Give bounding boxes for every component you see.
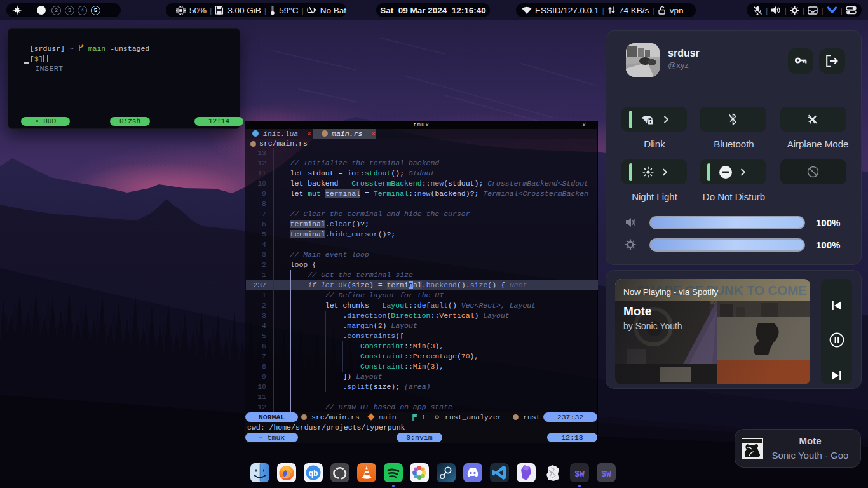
svg-text:qb: qb [309, 469, 318, 478]
svg-text:$W: $W [601, 470, 611, 479]
svg-text:$W: $W [574, 470, 585, 479]
